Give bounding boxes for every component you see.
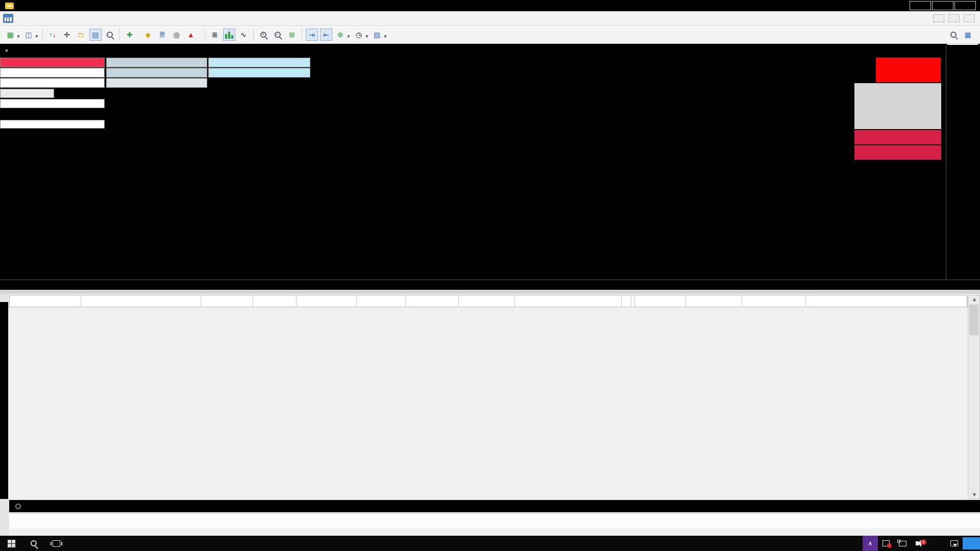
periods-icon[interactable]: ◷ <box>353 29 365 41</box>
column-comment[interactable] <box>806 295 967 307</box>
chart-window-controls <box>933 14 975 22</box>
scroll-up-icon[interactable]: ▲ <box>972 296 977 302</box>
chart-symbol-label[interactable]: ▼ <box>4 47 11 54</box>
column-open-time[interactable] <box>81 295 201 307</box>
line-chart-icon[interactable]: ∿ <box>237 29 250 41</box>
reset-threshold-button[interactable] <box>106 78 207 88</box>
column-tp[interactable] <box>459 295 515 307</box>
terminal-side-strip <box>0 294 9 536</box>
history-table-header[interactable] <box>9 295 968 307</box>
task-view-icon <box>53 540 60 547</box>
strategy-tester-icon[interactable] <box>104 29 116 41</box>
panel-splitter[interactable] <box>0 290 980 294</box>
chart-minimize-button[interactable] <box>933 14 944 22</box>
column-order[interactable] <box>10 295 81 307</box>
matched-threshold <box>0 78 105 88</box>
tray-chevron-icon[interactable]: ∧ <box>863 536 878 551</box>
close-all-orders-button[interactable] <box>876 58 941 82</box>
price-axis[interactable] <box>946 44 980 280</box>
data-window-icon[interactable]: ✛ <box>61 29 73 41</box>
new-chart-icon[interactable]: ▦ <box>4 29 16 41</box>
table-scrollbar[interactable]: ▲ ▼ <box>968 295 980 499</box>
clock[interactable] <box>937 536 946 551</box>
network-icon[interactable] <box>894 536 911 551</box>
notification-icon[interactable] <box>946 536 963 551</box>
indicators-caret-icon[interactable]: ▼ <box>347 34 351 39</box>
scrollbar-thumb[interactable] <box>969 305 978 335</box>
equity-indicator <box>0 58 105 67</box>
account-summary-bar <box>9 500 980 512</box>
zoom-out-icon[interactable]: − <box>272 29 284 41</box>
sort-descending-icon <box>625 295 631 307</box>
column-symbol[interactable] <box>297 295 357 307</box>
start-button[interactable] <box>0 536 22 551</box>
chart-restore-button[interactable] <box>948 14 960 22</box>
indicators-icon[interactable]: ⊕ <box>334 29 347 41</box>
close-button[interactable] <box>954 1 976 10</box>
menu-bar <box>0 11 980 26</box>
chart-close-button[interactable] <box>964 14 975 22</box>
task-view-button[interactable] <box>45 536 67 551</box>
chevron-down-icon: ▼ <box>4 48 9 54</box>
title-bar <box>0 0 980 11</box>
zoom-in-icon[interactable]: + <box>257 29 270 41</box>
time-axis[interactable] <box>0 280 980 290</box>
column-type[interactable] <box>201 295 253 307</box>
new-chart-caret-icon[interactable]: ▼ <box>16 34 20 39</box>
column-size[interactable] <box>253 295 297 307</box>
windows-logo-icon <box>8 540 15 547</box>
column-swap[interactable] <box>686 295 742 307</box>
navigator-icon[interactable]: 🗀 <box>75 29 87 41</box>
column-profit[interactable] <box>742 295 806 307</box>
scheduled-orders <box>0 99 105 108</box>
realtime-profit-value <box>854 130 941 144</box>
search-icon <box>31 540 37 546</box>
terminal-icon[interactable]: ▤ <box>89 29 102 41</box>
metaeditor-icon[interactable]: ◆ <box>142 29 154 41</box>
taskbar-search-button[interactable] <box>22 536 45 551</box>
candlestick-chart-icon[interactable] <box>223 29 235 41</box>
windows-taskbar: ∧ <box>0 536 980 551</box>
new-order-icon[interactable]: ✚ <box>124 29 136 41</box>
column-open-price[interactable] <box>357 295 406 307</box>
profiles-icon[interactable]: ◫ <box>22 29 35 41</box>
signals-radar-icon[interactable]: ◎ <box>170 29 183 41</box>
toolbar: ▦▼ ◫▼ ↑↓ ✛ 🗀 ▤ ✚ ◆ 🖹 ◎ ▲ ≣ ∿ + − ⊞ ⇥ ⇤ ⊕… <box>0 26 980 44</box>
mt4-app-icon <box>5 3 14 9</box>
templates-icon[interactable]: ▨ <box>371 29 383 41</box>
realtime-profit-info <box>854 83 941 129</box>
column-sl[interactable] <box>406 295 459 307</box>
profiles-caret-icon[interactable]: ▼ <box>35 34 39 39</box>
quick-panel-icon[interactable]: ▦ <box>962 29 974 41</box>
system-tray: ∧ <box>863 536 980 551</box>
current-time-value <box>208 58 310 67</box>
market-watch-icon[interactable]: ↑↓ <box>46 29 59 41</box>
server-comm-label <box>106 68 207 78</box>
not-safe-warning <box>854 145 941 160</box>
maximize-button[interactable] <box>932 1 953 10</box>
templates-caret-icon[interactable]: ▼ <box>383 34 387 39</box>
terminal-panel: ▲ ▼ <box>0 294 980 536</box>
expert-advisors-icon[interactable]: 🖹 <box>156 29 168 41</box>
bar-chart-icon[interactable]: ≣ <box>209 29 221 41</box>
auto-scroll-icon[interactable]: ⇥ <box>306 29 318 41</box>
tray-alert-icon[interactable] <box>878 536 894 551</box>
show-info-button[interactable] <box>0 89 54 98</box>
chart-shift-icon[interactable]: ⇤ <box>320 29 332 41</box>
column-close-time[interactable] <box>515 295 635 307</box>
open-orders-title <box>0 120 105 129</box>
column-close-price[interactable] <box>635 295 686 307</box>
search-icon[interactable] <box>947 29 960 41</box>
autotrading-icon[interactable]: ▲ <box>185 29 197 41</box>
minimize-button[interactable] <box>910 1 931 10</box>
volume-muted-icon[interactable] <box>911 536 927 551</box>
language-indicator[interactable] <box>927 536 937 551</box>
mt4-application-window: ▦▼ ◫▼ ↑↓ ✛ 🗀 ▤ ✚ ◆ 🖹 ◎ ▲ ≣ ∿ + − ⊞ ⇥ ⇤ ⊕… <box>0 0 980 551</box>
chart-area[interactable]: ▼ <box>0 44 980 290</box>
scroll-down-icon[interactable]: ▼ <box>972 492 977 497</box>
show-desktop-button[interactable] <box>963 537 980 549</box>
server-comm-value <box>208 68 310 78</box>
tile-windows-icon[interactable]: ⊞ <box>286 29 298 41</box>
periods-caret-icon[interactable]: ▼ <box>365 34 369 39</box>
current-price-box <box>947 44 978 45</box>
